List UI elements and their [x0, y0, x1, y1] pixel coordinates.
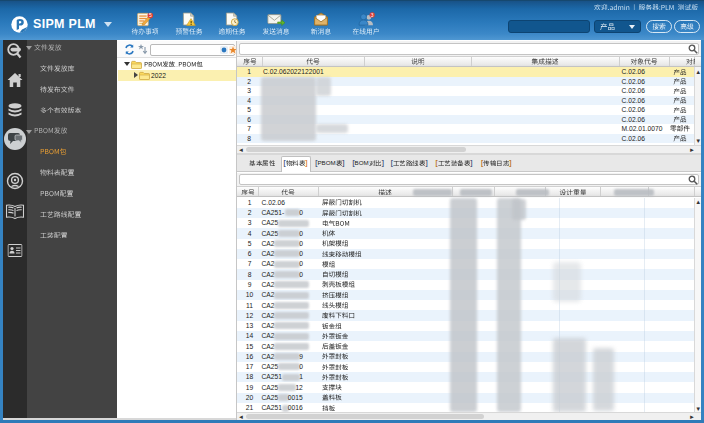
svg-text:5: 5	[148, 12, 151, 18]
svg-text:3: 3	[371, 13, 374, 18]
